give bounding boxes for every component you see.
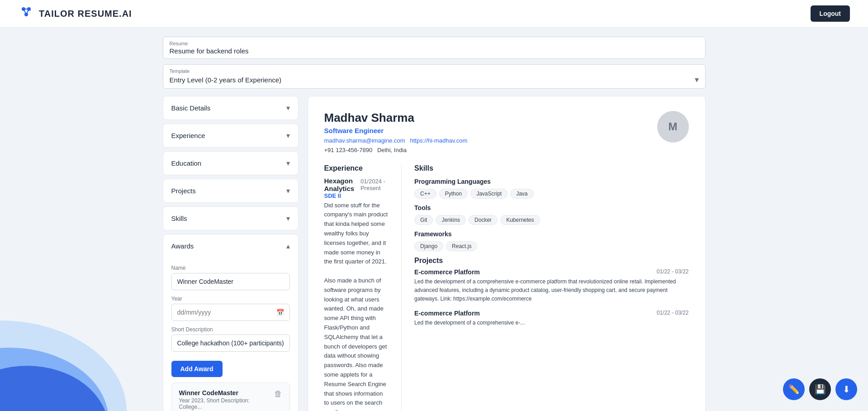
award-name-group: Name	[171, 265, 290, 290]
template-field-group: Template Entry Level (0-2 years of Exper…	[163, 64, 706, 89]
edit-fab-button[interactable]: ✏️	[783, 378, 805, 400]
skills-tags-3: Django React.js	[414, 241, 688, 251]
accordion-skills: Skills ▾	[163, 206, 299, 230]
accordion-awards-header[interactable]: Awards ▴	[163, 234, 298, 258]
avatar: M	[657, 111, 689, 143]
accordion-experience: Experience ▾	[163, 124, 299, 148]
resume-name: Madhav Sharma	[324, 111, 468, 125]
project-desc-1: Led the development of a comprehensive e…	[414, 277, 688, 304]
skill-tag: Django	[414, 241, 443, 251]
delete-award-icon[interactable]: 🗑	[274, 389, 282, 399]
exp-company-1: Hexagon Analytics	[324, 177, 360, 192]
accordion-awards: Awards ▴ Name Year 📅	[163, 234, 299, 411]
award-year-input[interactable]	[177, 309, 276, 316]
fab-row: ✏️ 💾 ⬇	[783, 378, 857, 400]
resume-projects-title: Projects	[414, 257, 688, 265]
chevron-down-icon: ▾	[286, 214, 290, 223]
award-year-input-wrapper: 📅	[171, 304, 290, 321]
skill-tag: Docker	[469, 215, 498, 225]
resume-two-col: Experience Hexagon Analytics 01/2024 - P…	[324, 164, 689, 411]
project-row-2: E-commerce Platform 01/22 - 03/22	[414, 310, 688, 317]
exp-entry-1: Hexagon Analytics 01/2024 - Present SDE …	[324, 177, 389, 411]
calendar-icon: 📅	[276, 309, 284, 316]
resume-preview: Madhav Sharma Software Engineer madhav.s…	[308, 96, 706, 411]
accordion-experience-label: Experience	[171, 132, 205, 139]
award-year-group: Year 📅	[171, 296, 290, 321]
resume-field-group: Resume Resume for backend roles	[163, 37, 706, 59]
resume-label: Resume	[170, 41, 699, 46]
resume-value[interactable]: Resume for backend roles	[170, 47, 699, 55]
award-card-title: Winner CodeMaster	[179, 389, 274, 397]
project-date-1: 01/22 - 03/22	[657, 268, 689, 276]
accordion-basic-details-header[interactable]: Basic Details ▾	[163, 96, 298, 119]
save-fab-button[interactable]: 💾	[809, 378, 831, 400]
accordion-skills-header[interactable]: Skills ▾	[163, 207, 298, 230]
accordion-experience-header[interactable]: Experience ▾	[163, 124, 298, 147]
chevron-down-icon: ▾	[286, 159, 290, 167]
skill-tag: Kubernetes	[500, 215, 540, 225]
skills-tags-1: C++ Python JavaScript Java	[414, 189, 688, 199]
skills-tags-2: Git Jenkins Docker Kubernetes	[414, 215, 688, 225]
exp-date-1: 01/2024 - Present	[360, 178, 389, 191]
chevron-up-icon: ▴	[286, 242, 290, 250]
add-award-button[interactable]: Add Award	[171, 361, 223, 377]
award-card: Winner CodeMaster Year 2023, Short Descr…	[171, 382, 290, 411]
resume-contact: madhav.sharma@imagine.com https://hi-mad…	[324, 136, 468, 155]
skills-frameworks: Frameworks Django React.js	[414, 230, 688, 251]
award-name-input[interactable]	[171, 273, 290, 290]
resume-experience-section: Experience Hexagon Analytics 01/2024 - P…	[324, 164, 389, 411]
logo-text: TAILOR RESUME.AI	[39, 9, 132, 19]
skills-category-2: Tools	[414, 204, 688, 211]
skill-tag: Python	[439, 189, 468, 199]
template-value: Entry Level (0-2 years of Experience)	[170, 76, 282, 84]
exp-entry-1-header: Hexagon Analytics 01/2024 - Present	[324, 177, 389, 192]
resume-website[interactable]: https://hi-madhav.com	[410, 137, 467, 144]
resume-header: Madhav Sharma Software Engineer madhav.s…	[324, 111, 689, 155]
skills-programming: Programming Languages C++ Python JavaScr…	[414, 178, 688, 199]
exp-desc-1: Did some stuff for the company's main pr…	[324, 201, 389, 411]
resume-title: Software Engineer	[324, 127, 468, 134]
wave-background	[0, 284, 149, 411]
chevron-down-icon: ▾	[286, 186, 290, 195]
resume-phone: +91 123-456-7890	[324, 147, 373, 153]
accordion-projects-header[interactable]: Projects ▾	[163, 179, 298, 202]
logout-button[interactable]: Logout	[811, 5, 850, 22]
award-desc-input[interactable]	[171, 335, 290, 352]
awards-expanded-content: Name Year 📅 Short Description	[163, 258, 298, 411]
skills-category-1: Programming Languages	[414, 178, 688, 185]
award-year-label: Year	[171, 296, 290, 302]
template-select[interactable]: Entry Level (0-2 years of Experience) ▾	[170, 75, 699, 85]
resume-skills-col: Skills Programming Languages C++ Python …	[401, 164, 688, 411]
projects-section: Projects E-commerce Platform 01/22 - 03/…	[414, 257, 688, 328]
accordion-education: Education ▾	[163, 151, 299, 175]
svg-point-7	[0, 348, 109, 411]
accordion-education-label: Education	[171, 159, 202, 167]
svg-point-8	[0, 366, 109, 411]
resume-skills-title: Skills	[414, 164, 688, 172]
download-fab-button[interactable]: ⬇	[835, 378, 857, 400]
resume-location: Delhi, India	[377, 147, 407, 153]
template-label: Template	[170, 68, 699, 74]
project-name-2: E-commerce Platform	[414, 310, 480, 317]
resume-email[interactable]: madhav.sharma@imagine.com	[324, 137, 405, 144]
project-entry-2: E-commerce Platform 01/22 - 03/22 Led th…	[414, 310, 688, 327]
accordion-education-header[interactable]: Education ▾	[163, 152, 298, 175]
save-icon: 💾	[815, 384, 826, 395]
resume-identity: Madhav Sharma Software Engineer madhav.s…	[324, 111, 468, 155]
exp-role-1: SDE II	[324, 192, 389, 199]
accordion-projects: Projects ▾	[163, 179, 299, 203]
skills-tools: Tools Git Jenkins Docker Kubernetes	[414, 204, 688, 225]
accordion-awards-label: Awards	[171, 242, 194, 250]
main-container: Resume Resume for backend roles Template…	[145, 28, 724, 411]
skill-tag: C++	[414, 189, 436, 199]
skill-tag: React.js	[446, 241, 477, 251]
accordion-basic-details-label: Basic Details	[171, 104, 211, 112]
award-card-details: Winner CodeMaster Year 2023, Short Descr…	[179, 389, 274, 410]
skill-tag: Java	[510, 189, 533, 199]
project-row-1: E-commerce Platform 01/22 - 03/22	[414, 268, 688, 276]
accordion-projects-label: Projects	[171, 187, 196, 195]
top-fields: Resume Resume for backend roles Template…	[163, 37, 706, 89]
chevron-down-icon: ▾	[695, 75, 699, 85]
award-desc-label: Short Description	[171, 326, 290, 333]
accordion-basic-details: Basic Details ▾	[163, 96, 299, 120]
